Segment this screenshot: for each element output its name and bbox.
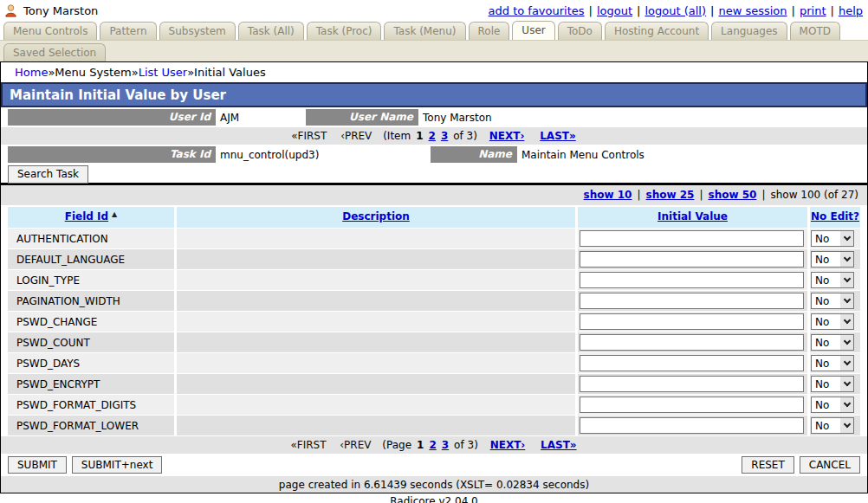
field-id-cell: PSWD_FORMAT_LOWER — [8, 416, 174, 435]
no-edit-selected-value: No — [812, 420, 840, 432]
show-current: show 100 (of 27) — [770, 189, 858, 201]
link-separator: | — [710, 4, 714, 17]
tab[interactable]: ToDo — [558, 22, 602, 40]
field-id-cell: DEFAULT_LANGUAGE — [8, 249, 174, 269]
initial-value-cell — [578, 353, 807, 373]
tab[interactable]: MOTD — [790, 22, 840, 40]
initial-value-input[interactable] — [580, 334, 804, 351]
initial-value-input[interactable] — [580, 293, 804, 309]
cancel-button[interactable]: CANCEL — [800, 456, 860, 474]
description-sort-link[interactable]: Description — [342, 210, 410, 222]
tab[interactable]: Menu Controls — [3, 22, 97, 40]
link-help[interactable]: help — [839, 4, 863, 17]
link-logout-all[interactable]: logout (all) — [645, 4, 706, 17]
initial-value-input[interactable] — [580, 376, 804, 392]
initial-value-cell — [578, 270, 807, 290]
tab[interactable]: Task (Proc) — [307, 22, 382, 40]
show-separator: | — [699, 189, 703, 201]
breadcrumb: Home»Menu System»List User»Initial Value… — [1, 62, 867, 82]
item-last[interactable]: LAST» — [540, 130, 576, 142]
initial-value-input[interactable] — [580, 272, 804, 288]
reset-button[interactable]: RESET — [742, 456, 794, 474]
tab[interactable]: Subsystem — [159, 22, 236, 40]
tab[interactable]: Hosting Account — [605, 22, 709, 40]
submit-next-button[interactable]: SUBMIT+next — [72, 456, 163, 474]
show-25-link[interactable]: show 25 — [646, 189, 695, 201]
tab[interactable]: Role — [469, 22, 510, 40]
user-name-label: User Name — [306, 109, 418, 126]
page-next[interactable]: NEXT› — [490, 439, 526, 451]
link-print[interactable]: print — [800, 4, 826, 17]
no-edit-select[interactable]: No — [811, 293, 854, 309]
user-context-row: User Id AJM User Name Tony Marston — [1, 108, 867, 126]
no-edit-select[interactable]: No — [811, 313, 854, 330]
description-cell — [177, 416, 575, 435]
chevron-down-icon — [840, 293, 853, 308]
action-button-row: SUBMIT SUBMIT+next RESET CANCEL — [1, 454, 867, 476]
link-logout[interactable]: logout — [597, 4, 632, 17]
data-table: Field Id▲ Description Initial Value No E… — [1, 205, 867, 435]
item-link-2[interactable]: 2 — [429, 130, 436, 142]
initial-value-sort-link[interactable]: Initial Value — [657, 210, 728, 222]
initial-value-input[interactable] — [580, 355, 804, 371]
initial-value-cell — [578, 332, 807, 352]
no-edit-select[interactable]: No — [811, 334, 854, 351]
table-body: AUTHENTICATION No DEFAULT_LANGUAGE — [8, 229, 860, 435]
breadcrumb-home[interactable]: Home — [15, 66, 48, 79]
item-next[interactable]: NEXT› — [489, 130, 525, 142]
table-row: PSWD_FORMAT_DIGITS No — [8, 395, 860, 415]
no-edit-select[interactable]: No — [811, 251, 854, 268]
main-container: Home»Menu System»List User»Initial Value… — [0, 61, 868, 493]
item-count-open: (Item — [383, 130, 411, 142]
field-id-sort-link[interactable]: Field Id — [65, 210, 108, 222]
initial-value-cell — [578, 291, 807, 311]
tab[interactable]: User — [512, 21, 554, 40]
item-link-3[interactable]: 3 — [441, 130, 448, 142]
no-edit-cell: No — [810, 270, 860, 290]
table-header-row: Field Id▲ Description Initial Value No E… — [8, 207, 860, 228]
initial-value-input[interactable] — [580, 417, 804, 434]
field-id-cell: PSWD_CHANGE — [8, 312, 174, 332]
link-separator: | — [792, 4, 795, 17]
no-edit-selected-value: No — [812, 399, 840, 411]
tab[interactable]: Languages — [711, 22, 787, 40]
no-edit-selected-value: No — [812, 254, 840, 266]
no-edit-select[interactable]: No — [811, 376, 854, 392]
no-edit-select[interactable]: No — [811, 417, 854, 434]
field-id-cell: PSWD_COUNT — [8, 332, 174, 352]
description-cell — [177, 395, 575, 415]
field-id-cell: LOGIN_TYPE — [8, 270, 174, 290]
search-task-row: Search Task — [1, 164, 867, 183]
initial-value-cell — [578, 249, 807, 269]
show-10-link[interactable]: show 10 — [584, 189, 632, 201]
search-task-button[interactable]: Search Task — [8, 165, 88, 184]
tab-saved-selection[interactable]: Saved Selection — [3, 43, 106, 61]
link-add-to-favourites[interactable]: add to favourites — [489, 4, 585, 17]
no-edit-selected-value: No — [812, 295, 840, 307]
no-edit-selected-value: No — [812, 316, 840, 328]
page-last[interactable]: LAST» — [541, 439, 577, 451]
no-edit-select[interactable]: No — [811, 272, 854, 288]
left-buttons: SUBMIT SUBMIT+next — [8, 456, 162, 474]
tab[interactable]: Pattern — [100, 22, 156, 40]
description-cell — [177, 270, 575, 290]
submit-button[interactable]: SUBMIT — [8, 456, 67, 474]
initial-value-input[interactable] — [580, 313, 804, 330]
initial-value-input[interactable] — [580, 397, 804, 413]
page-link-3[interactable]: 3 — [442, 439, 449, 451]
no-edit-select[interactable]: No — [811, 397, 854, 413]
initial-value-input[interactable] — [580, 251, 804, 268]
no-edit-select[interactable]: No — [811, 355, 854, 371]
tab[interactable]: Task (Menu) — [384, 22, 465, 40]
tab[interactable]: Task (All) — [238, 22, 304, 40]
no-edit-select[interactable]: No — [811, 230, 854, 247]
field-id-cell: PSWD_DAYS — [8, 353, 174, 373]
link-new-session[interactable]: new session — [718, 4, 787, 17]
initial-value-input[interactable] — [580, 230, 804, 247]
show-50-link[interactable]: show 50 — [708, 189, 756, 201]
no-edit-sort-link[interactable]: No Edit? — [811, 210, 859, 222]
page-link-2[interactable]: 2 — [429, 439, 436, 451]
table-row: DEFAULT_LANGUAGE No — [8, 249, 860, 269]
breadcrumb-list-user[interactable]: List User — [139, 66, 188, 79]
user-id-label: User Id — [8, 109, 216, 126]
